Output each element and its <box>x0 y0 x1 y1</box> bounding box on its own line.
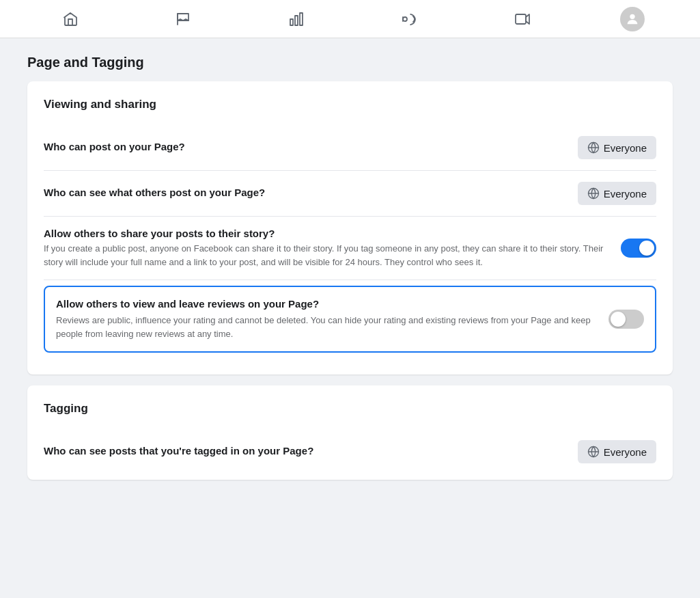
everyone-label-who-can-post: Everyone <box>604 142 647 154</box>
top-navigation <box>0 0 700 38</box>
setting-label-who-can-see-others: Who can see what others post on your Pag… <box>44 187 567 198</box>
setting-label-tagged-posts: Who can see posts that you're tagged in … <box>44 445 567 457</box>
svg-rect-0 <box>290 19 293 25</box>
flag-icon[interactable] <box>168 4 198 34</box>
setting-label-share-story: Allow others to share your posts to thei… <box>44 228 610 239</box>
setting-row-reviews-highlighted: Allow others to view and leave reviews o… <box>44 286 656 353</box>
main-content: Page and Tagging Viewing and sharing Who… <box>0 38 700 507</box>
everyone-label-tagged-posts: Everyone <box>604 446 647 458</box>
setting-row-who-can-see-others: Who can see what others post on your Pag… <box>44 171 656 217</box>
setting-desc-reviews: Reviews are public, influence your ratin… <box>56 314 598 340</box>
toggle-reviews-slider <box>608 310 644 329</box>
setting-desc-share-story: If you create a public post, anyone on F… <box>44 242 610 269</box>
toggle-share-story[interactable] <box>621 239 656 258</box>
tagging-title: Tagging <box>44 402 656 416</box>
viewing-sharing-card: Viewing and sharing Who can post on your… <box>27 81 673 375</box>
setting-row-share-story: Allow others to share your posts to thei… <box>44 217 656 280</box>
tagging-card: Tagging Who can see posts that you're ta… <box>27 385 673 480</box>
everyone-button-who-can-post[interactable]: Everyone <box>578 136 656 159</box>
toggle-share-story-slider <box>621 239 656 258</box>
everyone-button-who-can-see-others[interactable]: Everyone <box>578 182 656 205</box>
chart-icon[interactable] <box>281 4 311 34</box>
svg-rect-2 <box>300 13 303 25</box>
home-icon[interactable] <box>55 4 85 34</box>
svg-rect-1 <box>295 16 298 25</box>
viewing-sharing-title: Viewing and sharing <box>44 98 656 111</box>
megaphone-icon[interactable] <box>394 4 424 34</box>
setting-row-tagged-posts: Who can see posts that you're tagged in … <box>44 429 656 463</box>
svg-point-6 <box>630 14 635 18</box>
svg-point-3 <box>403 17 407 21</box>
user-avatar[interactable] <box>620 7 645 31</box>
setting-row-who-can-post: Who can post on your Page? Everyone <box>44 125 656 171</box>
setting-label-reviews: Allow others to view and leave reviews o… <box>56 298 598 310</box>
everyone-button-tagged-posts[interactable]: Everyone <box>578 440 656 463</box>
toggle-reviews[interactable] <box>608 310 644 329</box>
page-title: Page and Tagging <box>27 55 673 70</box>
video-icon[interactable] <box>507 4 537 34</box>
everyone-label-who-can-see-others: Everyone <box>604 188 647 200</box>
setting-label-who-can-post: Who can post on your Page? <box>44 141 567 152</box>
svg-rect-5 <box>516 14 526 24</box>
